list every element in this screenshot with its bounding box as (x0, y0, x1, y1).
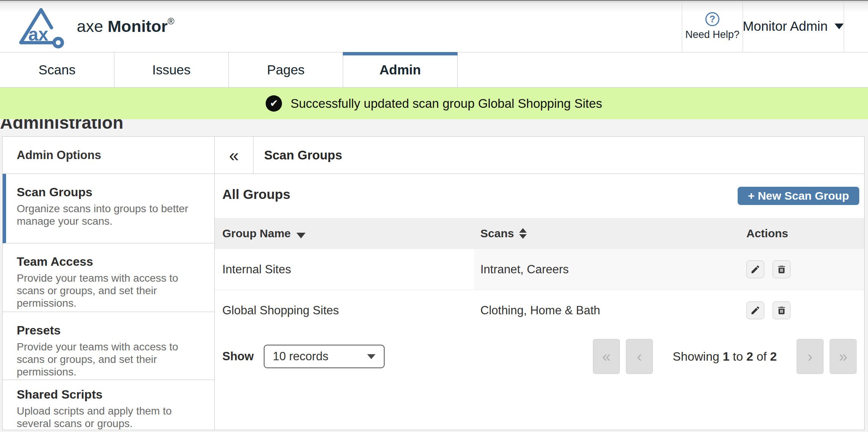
actions-cell (740, 249, 864, 290)
sidebar-item-scan-groups[interactable]: Scan Groups Organize scans into groups t… (3, 174, 214, 243)
section-title: All Groups (222, 187, 290, 202)
tab-issues[interactable]: Issues (114, 52, 229, 87)
table-row: Internal Sites Intranet, Careers (215, 249, 864, 290)
sidebar-item-description: Provide your teams with access to scans … (17, 272, 203, 309)
panel-header: Admin Options « Scan Groups (3, 137, 864, 174)
trash-icon (776, 264, 787, 274)
show-label: Show (222, 350, 254, 363)
scans-cell: Clothing, Home & Bath (474, 290, 740, 331)
actions-cell (740, 290, 864, 331)
sidebar-item-description: Provide your teams with access to scans … (17, 341, 203, 378)
trash-icon (776, 305, 787, 315)
panel-body: Scan Groups Organize scans into groups t… (3, 174, 864, 430)
tab-scans[interactable]: Scans (0, 52, 114, 87)
account-menu-button[interactable]: Monitor Admin (743, 1, 844, 52)
summary-to: 2 (746, 350, 753, 363)
tab-pages[interactable]: Pages (229, 52, 343, 87)
tab-admin[interactable]: Admin (343, 52, 458, 87)
pencil-icon (750, 264, 760, 274)
column-header-actions: Actions (740, 218, 864, 249)
scans-cell: Intranet, Careers (474, 249, 740, 290)
group-name-cell: Global Shopping Sites (215, 290, 474, 331)
table-row: Global Shopping Sites Clothing, Home & B… (215, 290, 864, 331)
check-icon: ✔ (266, 95, 282, 112)
main-nav-tabs: Scans Issues Pages Admin (0, 52, 868, 88)
brand: ax axe Monitor® (11, 5, 174, 49)
sidebar-item-title: Scan Groups (17, 185, 203, 199)
page-size-select[interactable]: 10 records (264, 345, 385, 368)
first-page-button[interactable]: « (593, 339, 620, 374)
admin-panel: Admin Options « Scan Groups Scan Groups … (2, 136, 865, 430)
account-name: Monitor Admin (743, 19, 828, 34)
success-banner: ✔ Successfully updated scan group Global… (0, 88, 868, 119)
table-header-row: Group Name Scans Actions (215, 218, 864, 249)
delete-group-button[interactable] (773, 301, 790, 319)
brand-bold: Monitor (108, 17, 168, 35)
chevron-down-icon (835, 24, 844, 29)
question-mark-icon: ? (705, 12, 719, 26)
column-label: Group Name (222, 227, 291, 240)
last-page-button[interactable]: » (830, 339, 857, 374)
next-page-button[interactable]: › (797, 339, 824, 374)
edit-group-button[interactable] (746, 260, 764, 278)
chevron-left-icon: ‹ (637, 348, 642, 365)
sidebar-item-description: Organize scans into groups to better man… (17, 202, 203, 227)
sidebar-item-presets[interactable]: Presets Provide your teams with access t… (3, 312, 214, 380)
column-header-group-name[interactable]: Group Name (215, 218, 474, 249)
previous-page-button[interactable]: ‹ (626, 339, 653, 374)
brand-regular: axe (77, 17, 103, 35)
scan-groups-table: Group Name Scans Actions Internal Sites (215, 218, 864, 331)
sort-both-icon (519, 228, 527, 239)
page-size-value: 10 records (273, 350, 328, 363)
sort-descending-icon (296, 233, 306, 238)
trademark-symbol: ® (168, 16, 174, 26)
summary-total: 2 (770, 350, 777, 363)
page-size-control: Show 10 records (222, 345, 385, 368)
scan-groups-content: All Groups + New Scan Group Group Name S… (215, 174, 864, 430)
double-chevron-right-icon: » (839, 348, 847, 365)
summary-prefix: Showing (673, 350, 719, 363)
pagination-controls: « ‹ Showing 1 to 2 of 2 › » (593, 339, 857, 374)
summary-from: 1 (723, 350, 730, 363)
app-header: ax axe Monitor® ? Need Help? Monitor Adm… (0, 1, 868, 52)
sidebar-item-description: Upload scripts and apply them to several… (17, 405, 203, 430)
sidebar-item-shared-scripts[interactable]: Shared Scripts Upload scripts and apply … (3, 380, 214, 430)
pagination-bar: Show 10 records « ‹ Showing 1 to (222, 338, 857, 375)
pagination-summary: Showing 1 to 2 of 2 (673, 350, 777, 364)
app-window: ax axe Monitor® ? Need Help? Monitor Adm… (0, 0, 868, 432)
panel-title: Scan Groups (253, 137, 864, 173)
column-header-scans[interactable]: Scans (474, 218, 740, 249)
group-name-cell: Internal Sites (215, 249, 474, 290)
chevron-right-icon: › (808, 348, 813, 365)
double-chevron-left-icon: « (229, 145, 239, 166)
brand-title: axe Monitor® (77, 16, 174, 38)
delete-group-button[interactable] (773, 260, 790, 278)
collapse-sidebar-button[interactable]: « (215, 137, 253, 173)
sidebar-item-title: Presets (17, 323, 203, 337)
sidebar-item-team-access[interactable]: Team Access Provide your teams with acce… (3, 243, 214, 312)
sidebar-title: Admin Options (3, 137, 215, 173)
sidebar-item-title: Team Access (17, 255, 203, 268)
chevron-down-icon (367, 354, 375, 359)
summary-of-word: of (757, 350, 767, 363)
double-chevron-left-icon: « (602, 348, 610, 365)
axe-logo-icon: ax (11, 5, 68, 49)
pencil-icon (750, 305, 760, 315)
need-help-label: Need Help? (685, 29, 740, 41)
edit-group-button[interactable] (746, 301, 764, 319)
admin-options-sidebar: Scan Groups Organize scans into groups t… (3, 174, 215, 430)
success-message: Successfully updated scan group Global S… (290, 96, 602, 111)
need-help-button[interactable]: ? Need Help? (682, 1, 743, 52)
summary-to-word: to (733, 350, 743, 363)
column-label: Actions (746, 227, 788, 240)
sidebar-item-title: Shared Scripts (17, 388, 203, 401)
svg-text:ax: ax (29, 24, 49, 44)
column-label: Scans (480, 227, 514, 240)
new-scan-group-button[interactable]: + New Scan Group (738, 187, 859, 205)
